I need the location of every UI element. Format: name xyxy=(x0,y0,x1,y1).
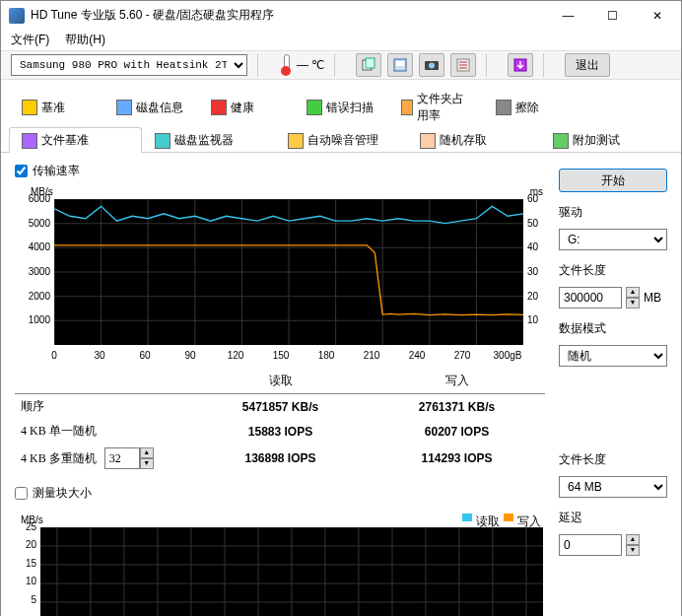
tab-icon xyxy=(211,100,227,115)
tab-icon xyxy=(496,100,512,115)
close-button[interactable]: ✕ xyxy=(635,1,679,30)
app-window: HD Tune 专业版 5.60 - 硬盘/固态硬盘实用程序 — ☐ ✕ 文件(… xyxy=(0,0,682,616)
transfer-chart: MB/s ms 10002000300040005000600010203040… xyxy=(15,185,545,361)
tab-擦除[interactable]: 擦除 xyxy=(483,86,578,128)
exit-button[interactable]: 退出 xyxy=(565,53,610,77)
tab-icon xyxy=(288,133,304,149)
thermometer-icon xyxy=(279,54,293,76)
tab-strip: 基准磁盘信息健康错误扫描文件夹占用率擦除文件基准磁盘监视器自动噪音管理随机存取附… xyxy=(1,80,681,153)
copy-info-button[interactable] xyxy=(356,53,381,77)
table-row: 4 KB 单一随机15883 IOPS60207 IOPS xyxy=(15,419,545,444)
tab-错误扫描[interactable]: 错误扫描 xyxy=(294,86,388,128)
table-row: 顺序5471857 KB/s2761371 KB/s xyxy=(15,394,545,420)
tab-磁盘信息[interactable]: 磁盘信息 xyxy=(103,86,198,128)
tab-icon xyxy=(155,133,170,149)
main-panel: 传输速率 MB/s ms 100020003000400050006000102… xyxy=(15,163,545,616)
tab-icon xyxy=(553,133,569,149)
transfer-rate-checkbox[interactable]: 传输速率 xyxy=(15,163,545,179)
tab-icon xyxy=(401,100,413,115)
tab-附加测试[interactable]: 附加测试 xyxy=(540,127,673,153)
tab-icon xyxy=(116,100,132,115)
content-area: 传输速率 MB/s ms 100020003000400050006000102… xyxy=(1,153,681,616)
svg-rect-1 xyxy=(366,58,375,68)
copy-screenshot-button[interactable] xyxy=(387,53,413,77)
window-title: HD Tune 专业版 5.60 - 硬盘/固态硬盘实用程序 xyxy=(31,7,546,24)
data-mode-select[interactable]: 随机 xyxy=(559,345,667,367)
delay-label: 延迟 xyxy=(559,510,667,526)
table-row: 4 KB 多重随机▲▼136898 IOPS114293 IOPS xyxy=(15,444,545,473)
drive-select[interactable]: G: xyxy=(559,229,667,250)
side-panel: 开始 驱动 G: 文件长度 ▲▼ MB 数据模式 随机 文件长度 64 MB 延… xyxy=(559,163,667,616)
save-button[interactable] xyxy=(508,53,533,77)
col-write: 写入 xyxy=(369,369,545,394)
results-table: 读取写入 顺序5471857 KB/s2761371 KB/s4 KB 单一随机… xyxy=(15,369,545,473)
device-select[interactable]: Samsung 980 PRO with Heatsink 2T4J xyxy=(11,54,247,76)
tab-icon xyxy=(420,133,436,149)
start-button[interactable]: 开始 xyxy=(559,169,667,192)
drive-label: 驱动 xyxy=(559,204,667,221)
file-length2-label: 文件长度 xyxy=(559,451,667,468)
tab-icon xyxy=(307,100,322,115)
tab-icon xyxy=(22,100,37,115)
delay-spinner[interactable]: ▲▼ xyxy=(626,534,640,556)
file-length-spinner[interactable]: ▲▼ xyxy=(626,287,640,308)
tab-磁盘监视器[interactable]: 磁盘监视器 xyxy=(142,127,275,153)
menubar: 文件(F) 帮助(H) xyxy=(1,30,681,51)
svg-point-5 xyxy=(429,63,435,69)
maximize-button[interactable]: ☐ xyxy=(590,1,635,30)
tab-自动噪音管理[interactable]: 自动噪音管理 xyxy=(275,127,408,153)
file-length2-select[interactable]: 64 MB xyxy=(559,476,667,498)
svg-rect-3 xyxy=(396,61,404,66)
tab-icon xyxy=(22,133,37,149)
file-length-input[interactable] xyxy=(559,287,622,308)
options-button[interactable] xyxy=(450,53,476,77)
toolbar: Samsung 980 PRO with Heatsink 2T4J — ℃ 退… xyxy=(1,51,681,80)
menu-help[interactable]: 帮助(H) xyxy=(59,30,111,50)
tab-文件基准[interactable]: 文件基准 xyxy=(9,127,142,153)
tab-基准[interactable]: 基准 xyxy=(9,86,103,128)
tab-随机存取[interactable]: 随机存取 xyxy=(407,127,540,153)
app-icon xyxy=(9,8,25,24)
delay-input[interactable] xyxy=(559,534,622,556)
menu-file[interactable]: 文件(F) xyxy=(5,30,55,50)
tab-健康[interactable]: 健康 xyxy=(198,86,293,128)
tab-文件夹占用率[interactable]: 文件夹占用率 xyxy=(388,86,483,128)
screenshot-button[interactable] xyxy=(419,53,444,77)
block-size-checkbox[interactable]: 测量块大小 xyxy=(15,485,545,502)
block-chart: MB/s 读取 写入 5101520250.512481632641282565… xyxy=(15,513,545,616)
queue-depth-input[interactable] xyxy=(104,447,140,469)
minimize-button[interactable]: — xyxy=(546,1,590,30)
col-read: 读取 xyxy=(192,369,369,394)
file-length-label: 文件长度 xyxy=(559,262,667,279)
data-mode-label: 数据模式 xyxy=(559,320,667,337)
temperature-display: — ℃ xyxy=(279,54,324,76)
titlebar: HD Tune 专业版 5.60 - 硬盘/固态硬盘实用程序 — ☐ ✕ xyxy=(1,1,681,30)
